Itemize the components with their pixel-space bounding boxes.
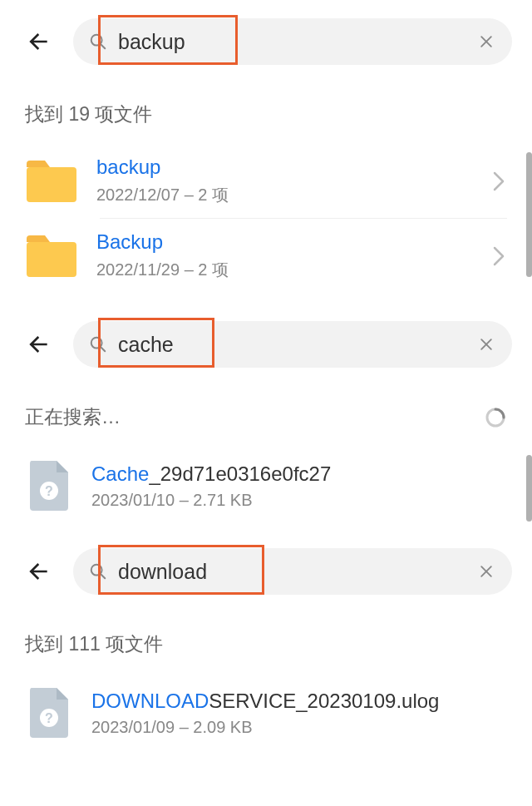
search-icon (88, 334, 108, 354)
svg-text:?: ? (45, 711, 53, 725)
item-text: backup 2022/12/07 – 2 项 (96, 156, 472, 206)
clear-button[interactable] (475, 31, 497, 52)
folder-icon (25, 234, 78, 279)
status-row: 正在搜索… (0, 386, 532, 438)
loading-spinner-icon (484, 406, 507, 429)
item-title: backup (96, 156, 472, 179)
search-header: backup (0, 0, 532, 83)
file-icon: ? (25, 458, 73, 513)
back-button[interactable] (20, 326, 57, 363)
search-bar[interactable]: download (73, 548, 512, 595)
status-row: 找到 19 项文件 (0, 83, 532, 136)
list-item[interactable]: ? DOWNLOADSERVICE_20230109.ulog 2023/01/… (0, 674, 532, 752)
item-text: Backup 2022/11/29 – 2 项 (96, 230, 472, 281)
back-button[interactable] (20, 553, 57, 590)
search-header: cache (0, 303, 532, 386)
list-item[interactable]: Backup 2022/11/29 – 2 项 (0, 219, 532, 293)
clear-button[interactable] (475, 561, 497, 582)
items-area: ? DOWNLOADSERVICE_20230109.ulog 2023/01/… (0, 674, 532, 752)
item-text: Cache_29d71e0316e0fc27 2023/01/10 – 2.71… (91, 462, 507, 510)
svg-rect-4 (27, 167, 76, 202)
svg-line-14 (101, 574, 105, 578)
items-area: backup 2022/12/07 – 2 项 Backup 2022/11/2… (0, 144, 532, 293)
list-item[interactable]: ? Cache_29d71e0316e0fc27 2023/01/10 – 2.… (0, 447, 532, 525)
scroll-indicator[interactable] (526, 152, 532, 277)
search-query: backup (118, 30, 466, 54)
item-meta: 2023/01/10 – 2.71 KB (91, 491, 507, 510)
chevron-right-icon (490, 244, 507, 269)
item-meta: 2022/12/07 – 2 项 (96, 184, 472, 206)
item-title: DOWNLOADSERVICE_20230109.ulog (91, 690, 507, 713)
item-text: DOWNLOADSERVICE_20230109.ulog 2023/01/09… (91, 690, 507, 737)
status-row: 找到 111 项文件 (0, 613, 532, 665)
file-icon: ? (25, 685, 73, 740)
back-button[interactable] (20, 23, 57, 60)
search-icon (88, 32, 108, 52)
clear-button[interactable] (475, 334, 497, 355)
search-header: download (0, 530, 532, 613)
list-item[interactable]: backup 2022/12/07 – 2 项 (0, 144, 532, 218)
back-arrow-icon (25, 28, 52, 55)
svg-text:?: ? (45, 484, 53, 498)
item-meta: 2022/11/29 – 2 项 (96, 259, 472, 281)
status-text: 正在搜索… (25, 404, 121, 430)
search-query: cache (118, 333, 466, 357)
folder-icon (25, 159, 78, 204)
item-title: Cache_29d71e0316e0fc27 (91, 462, 507, 486)
chevron-right-icon (490, 169, 507, 194)
scroll-indicator[interactable] (526, 455, 532, 522)
search-bar[interactable]: backup (73, 18, 512, 65)
search-bar[interactable]: cache (73, 321, 512, 368)
back-arrow-icon (25, 558, 52, 585)
search-section-cache: cache 正在搜索… ? Cache_29d71e0316e0fc27 202… (0, 303, 532, 525)
item-meta: 2023/01/09 – 2.09 KB (91, 718, 507, 737)
search-section-download: download 找到 111 项文件 ? DOWNLOADSERVICE_20… (0, 530, 532, 752)
search-section-backup: backup 找到 19 项文件 backup 2022/12/07 – 2 项 (0, 0, 532, 293)
status-text: 找到 19 项文件 (25, 101, 152, 127)
back-arrow-icon (25, 331, 52, 358)
svg-line-7 (101, 347, 105, 351)
svg-rect-5 (27, 242, 76, 277)
status-text: 找到 111 项文件 (25, 631, 163, 657)
item-title: Backup (96, 230, 472, 254)
search-icon (88, 561, 108, 581)
items-area: ? Cache_29d71e0316e0fc27 2023/01/10 – 2.… (0, 447, 532, 525)
svg-line-1 (101, 44, 105, 48)
search-query: download (118, 560, 466, 584)
